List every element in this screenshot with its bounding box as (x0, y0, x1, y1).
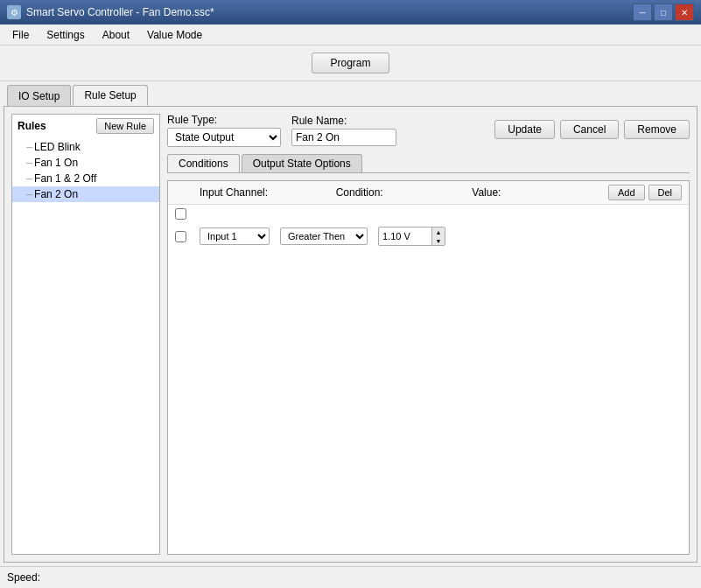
menu-bar: File Settings About Value Mode (0, 24, 701, 46)
value-input[interactable] (379, 229, 431, 243)
row-checkbox-wrapper (175, 231, 200, 242)
list-item[interactable]: Fan 2 On (12, 186, 159, 202)
rule-header-row: Rule Type: State Output Rule Name: Updat… (167, 114, 690, 147)
tab-conditions[interactable]: Conditions (167, 154, 240, 172)
remove-button[interactable]: Remove (624, 120, 690, 139)
main-content: IO Setup Rule Setup Rules New Rule LED B… (0, 81, 701, 566)
title-bar-controls: ─ □ ✕ (633, 4, 694, 21)
rule-name-input[interactable] (291, 129, 396, 146)
list-item[interactable]: LED Blink (12, 139, 159, 155)
input-channel-header: Input Channel: (200, 186, 336, 199)
tab-output-state-options[interactable]: Output State Options (242, 154, 362, 172)
cancel-button[interactable]: Cancel (560, 120, 619, 139)
condition-select[interactable]: Greater Then (280, 228, 368, 245)
status-bar: Speed: (0, 566, 701, 587)
rule-type-label: Rule Type: (167, 114, 281, 126)
value-input-group: ▲ ▼ (378, 227, 445, 246)
table-action-buttons: Add Del (608, 185, 682, 200)
tab-io-setup[interactable]: IO Setup (7, 85, 71, 106)
list-item[interactable]: Fan 1 On (12, 155, 159, 171)
rule-type-select[interactable]: State Output (167, 128, 281, 147)
add-button[interactable]: Add (608, 185, 645, 200)
rules-panel: Rules New Rule LED Blink Fan 1 On Fan 1 … (11, 114, 160, 555)
right-panel: Rule Type: State Output Rule Name: Updat… (167, 114, 690, 555)
new-rule-button[interactable]: New Rule (96, 118, 154, 134)
spin-down-button[interactable]: ▼ (432, 236, 445, 245)
del-button[interactable]: Del (648, 185, 683, 200)
close-button[interactable]: ✕ (675, 4, 694, 21)
program-area: Program (0, 46, 701, 81)
condition-header: Condition: (336, 186, 473, 199)
update-button[interactable]: Update (494, 120, 555, 139)
title-bar: ⚙ Smart Servo Controller - Fan Demo.ssc*… (0, 0, 701, 24)
value-header: Value: (472, 186, 608, 199)
menu-file[interactable]: File (4, 25, 38, 45)
menu-settings[interactable]: Settings (38, 25, 93, 45)
rule-name-label: Rule Name: (291, 115, 396, 127)
spin-up-button[interactable]: ▲ (432, 228, 445, 236)
conditions-table-header: Input Channel: Condition: Value: Add Del (168, 181, 689, 205)
maximize-button[interactable]: □ (654, 4, 673, 21)
title-bar-left: ⚙ Smart Servo Controller - Fan Demo.ssc* (7, 5, 214, 19)
app-icon: ⚙ (7, 5, 21, 19)
row-select-checkbox-empty[interactable] (175, 208, 186, 220)
rule-type-group: Rule Type: State Output (167, 114, 281, 147)
inner-tabs-bar: Conditions Output State Options (167, 154, 690, 173)
rules-tree: LED Blink Fan 1 On Fan 1 & 2 Off Fan 2 O… (12, 137, 159, 554)
row-select-checkbox[interactable] (175, 231, 186, 242)
tab-rule-setup[interactable]: Rule Setup (73, 85, 147, 106)
status-label: Speed: (7, 571, 40, 584)
rules-header: Rules New Rule (12, 115, 159, 137)
title-bar-text: Smart Servo Controller - Fan Demo.ssc* (26, 6, 214, 18)
spinner-buttons: ▲ ▼ (431, 228, 445, 245)
input-channel-select[interactable]: Input 1 (200, 228, 270, 245)
program-button[interactable]: Program (312, 52, 389, 74)
panel-content: Rules New Rule LED Blink Fan 1 On Fan 1 … (4, 106, 697, 563)
menu-about[interactable]: About (94, 25, 138, 45)
empty-checkbox-row (168, 205, 689, 223)
empty-checkbox (175, 208, 200, 220)
rules-label: Rules (18, 120, 46, 132)
minimize-button[interactable]: ─ (633, 4, 652, 21)
rule-name-group: Rule Name: (291, 115, 396, 146)
action-buttons: Update Cancel Remove (494, 120, 690, 141)
conditions-area: Input Channel: Condition: Value: Add Del (167, 180, 690, 555)
menu-value-mode[interactable]: Value Mode (138, 25, 211, 45)
list-item[interactable]: Fan 1 & 2 Off (12, 171, 159, 186)
outer-tabs-bar: IO Setup Rule Setup (0, 81, 701, 106)
table-row: Input 1 Greater Then ▲ ▼ (168, 223, 689, 249)
